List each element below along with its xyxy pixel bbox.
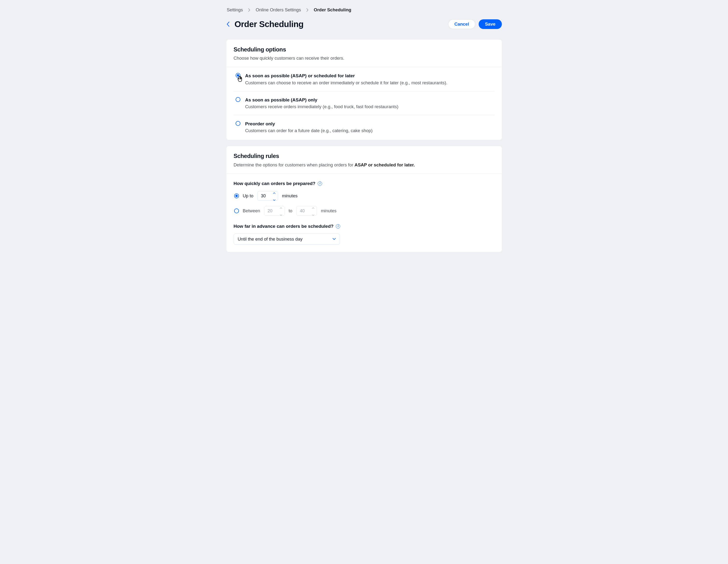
advance-schedule-question: How far in advance can orders be schedul… [234, 223, 495, 230]
upto-unit: minutes [282, 193, 298, 199]
card-title: Scheduling rules [234, 152, 495, 160]
card-subtitle: Determine the options for customers when… [234, 162, 495, 168]
option-description: Customers can choose to receive an order… [245, 80, 447, 86]
scheduling-option-preorder-only[interactable]: Preorder only Customers can order for a … [234, 115, 495, 140]
cancel-button[interactable]: Cancel [448, 19, 476, 29]
prep-option-upto[interactable]: Up to 30 minutes [234, 191, 495, 201]
scheduling-option-asap-or-later[interactable]: As soon as possible (ASAP) or scheduled … [234, 67, 495, 91]
chevron-down-icon[interactable] [312, 211, 314, 218]
breadcrumb-current: Order Scheduling [314, 7, 351, 13]
scheduling-options-card: Scheduling options Choose how quickly cu… [226, 40, 502, 140]
option-title: As soon as possible (ASAP) or scheduled … [245, 73, 447, 79]
between-label: Between [243, 208, 260, 214]
chevron-up-icon[interactable] [280, 204, 282, 211]
prep-option-between[interactable]: Between 20 to 40 minutes [234, 206, 495, 216]
scheduling-option-asap-only[interactable]: As soon as possible (ASAP) only Customer… [234, 91, 495, 115]
chevron-down-icon [332, 238, 336, 240]
option-title: Preorder only [245, 121, 373, 127]
chevron-up-icon[interactable] [312, 204, 314, 211]
info-icon[interactable]: i [318, 182, 322, 186]
back-button[interactable] [226, 21, 230, 27]
option-description: Customers can order for a future date (e… [245, 128, 373, 134]
between-to: to [289, 208, 292, 214]
breadcrumb-online-orders-settings[interactable]: Online Orders Settings [256, 7, 301, 13]
between-unit: minutes [321, 208, 337, 214]
radio-unselected-icon [236, 97, 240, 102]
select-value: Until the end of the business day [238, 236, 303, 243]
page-header: Order Scheduling Cancel Save [226, 18, 502, 30]
between-high-stepper[interactable]: 40 [296, 206, 317, 216]
chevron-down-icon[interactable] [280, 211, 282, 218]
chevron-down-icon[interactable] [273, 196, 275, 203]
card-subtitle: Choose how quickly customers can receive… [234, 55, 495, 62]
option-title: As soon as possible (ASAP) only [245, 97, 398, 103]
info-icon[interactable]: i [336, 224, 340, 229]
chevron-right-icon [248, 8, 250, 12]
chevron-up-icon[interactable] [273, 189, 275, 196]
card-title: Scheduling options [234, 45, 495, 54]
between-low-stepper[interactable]: 20 [264, 206, 285, 216]
radio-unselected-icon [236, 121, 240, 126]
chevron-right-icon [306, 8, 309, 12]
breadcrumb: Settings Online Orders Settings Order Sc… [226, 7, 502, 13]
radio-selected-icon [234, 194, 239, 198]
upto-minutes-stepper[interactable]: 30 [257, 191, 278, 201]
advance-schedule-select[interactable]: Until the end of the business day [234, 234, 340, 245]
scheduling-rules-card: Scheduling rules Determine the options f… [226, 146, 502, 252]
radio-selected-icon [236, 73, 240, 78]
radio-unselected-icon [234, 209, 239, 213]
upto-label: Up to [243, 193, 253, 199]
page-title: Order Scheduling [235, 18, 304, 30]
prep-time-question: How quickly can orders be prepared? i [234, 180, 495, 187]
save-button[interactable]: Save [479, 19, 502, 29]
breadcrumb-settings[interactable]: Settings [227, 7, 243, 13]
option-description: Customers receive orders immediately (e.… [245, 104, 398, 110]
